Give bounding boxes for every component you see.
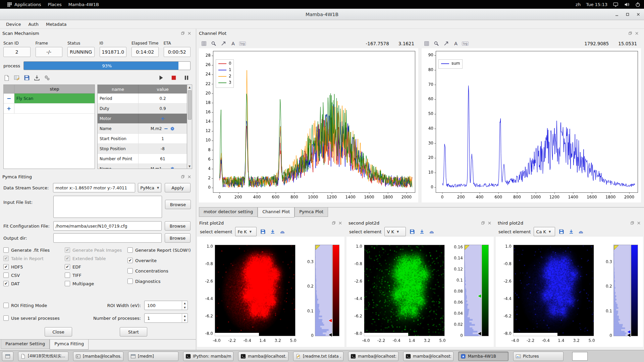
workspace-switcher[interactable] [572, 352, 588, 361]
element-combo[interactable]: Ca K ▼ [534, 227, 555, 236]
element-combo[interactable]: Fe K ▼ [235, 227, 257, 236]
save-scan-icon[interactable] [23, 74, 31, 82]
clock[interactable]: Tue 15:13 [586, 2, 607, 7]
checkbox-box[interactable] [3, 281, 9, 286]
settings-icon[interactable] [43, 74, 51, 82]
taskbar-item-mamba-localhos[interactable]: [mamba@localhos... [73, 352, 123, 361]
window-titlebar[interactable]: Mamba-4W1B [0, 9, 644, 20]
tab-channel-plot[interactable]: Channel Plot [258, 207, 294, 218]
checkbox-generate-fit-files[interactable]: Generate .fit Files [3, 247, 65, 253]
remove-motor-button[interactable]: − [164, 166, 168, 169]
checkbox-box[interactable] [127, 268, 133, 274]
checkbox-box[interactable] [3, 315, 9, 321]
download-icon[interactable] [269, 228, 276, 235]
param-value[interactable]: M.m1− [139, 164, 187, 169]
browse-fit-config-button[interactable]: Browse [165, 221, 191, 231]
menu-metadata[interactable]: Metadata [43, 21, 70, 28]
param-row-number-of-point[interactable]: Number of Point61 [98, 154, 187, 164]
new-scan-icon[interactable] [3, 74, 11, 82]
active-app-menu[interactable]: Mamba-4W1B [65, 0, 102, 9]
param-row-start-position[interactable]: Start Position1 [98, 134, 187, 144]
start-button[interactable]: Start [120, 327, 147, 337]
log-scale-icon[interactable]: log [462, 42, 469, 46]
close-dock-icon[interactable] [338, 221, 342, 225]
checkbox-box[interactable] [65, 273, 70, 278]
close-dock-icon[interactable] [187, 174, 192, 179]
float-dock-icon[interactable] [180, 31, 185, 36]
float-dock-icon[interactable] [180, 174, 185, 179]
remove-motor-button[interactable]: − [164, 126, 168, 132]
checkbox-overwrite[interactable]: Overwrite [127, 258, 193, 263]
menu-device[interactable]: Device [3, 21, 24, 28]
checkbox-box[interactable] [127, 279, 133, 284]
param-row-name[interactable]: NameM.m2− [98, 124, 187, 134]
output-dir-input[interactable] [53, 233, 162, 243]
param-value[interactable]: 61 [139, 154, 187, 164]
close-dock-icon[interactable] [634, 31, 639, 36]
mask-icon[interactable] [428, 228, 435, 235]
run-button[interactable] [157, 74, 165, 82]
roi-width-spinner[interactable]: 100 ▲▼ [144, 301, 188, 310]
checkbox-box[interactable] [127, 247, 133, 253]
applications-menu[interactable]: Applications [3, 0, 44, 9]
grid-icon[interactable] [200, 40, 208, 47]
checkbox-box[interactable] [127, 258, 133, 263]
places-menu[interactable]: Places [44, 0, 65, 9]
motor-settings-icon[interactable] [170, 167, 175, 169]
checkbox-dat[interactable]: DAT [3, 281, 65, 286]
checkbox-csv[interactable]: CSV [3, 273, 65, 278]
zoom-icon[interactable] [433, 40, 440, 47]
param-table-scrollbar[interactable]: ▲ ▼ [187, 84, 192, 169]
network-icon[interactable] [613, 2, 619, 7]
taskbar-item-ipython-mamba-m[interactable]: IPython: mamba/m... [183, 352, 233, 361]
spin-up-icon[interactable]: ▲ [182, 314, 187, 318]
param-row-duty[interactable]: Duty0.9 [98, 104, 187, 114]
param-value[interactable]: 0.9 [139, 104, 187, 113]
taskbar-item-mamba-localhost[interactable]: mamba@localhost... [238, 352, 288, 361]
checkbox-box[interactable] [3, 303, 9, 308]
checkbox-generate-report-slow[interactable]: Generate Report (SLOW!) [127, 247, 193, 253]
download-icon[interactable] [568, 228, 575, 235]
checkbox-box[interactable] [65, 281, 70, 286]
log-scale-icon[interactable]: log [239, 42, 246, 46]
input-file-list[interactable] [53, 196, 162, 218]
taskbar-item-medm[interactable]: [medm] [128, 352, 178, 361]
add-motor-button[interactable]: + [160, 115, 165, 122]
plot2d-image[interactable] [197, 237, 344, 347]
channels-line-chart[interactable] [199, 48, 418, 202]
tab-pymca-fitting[interactable]: Pymca Fitting [50, 340, 89, 350]
checkbox-box[interactable] [65, 264, 70, 269]
download-icon[interactable] [419, 228, 425, 235]
close-button[interactable] [635, 11, 641, 17]
checkbox-hdf5[interactable]: HDF5 [3, 264, 65, 269]
power-icon[interactable] [635, 2, 641, 7]
checkbox-roi-fitting-mode[interactable]: ROI Fitting Mode [3, 303, 47, 308]
save-icon[interactable] [409, 228, 416, 235]
float-dock-icon[interactable] [331, 221, 336, 225]
mask-icon[interactable] [279, 228, 286, 235]
volume-icon[interactable] [624, 2, 630, 7]
taskbar-item-mamba-localhost[interactable]: mamba@localhost:~ [348, 352, 398, 361]
tab-motor-detector-setting[interactable]: motor detector setting [199, 207, 258, 217]
close-button[interactable]: Close [45, 327, 72, 337]
checkbox-multipage[interactable]: Multipage [65, 281, 127, 286]
scroll-down-icon[interactable]: ▼ [187, 164, 192, 169]
param-value[interactable]: 0.2 [139, 94, 187, 103]
browse-input-files-button[interactable]: Browse [165, 200, 191, 209]
edit-sequence-icon[interactable] [13, 74, 21, 82]
minimize-button[interactable] [614, 11, 620, 17]
add-step-button[interactable]: + [7, 106, 11, 111]
expand-icon[interactable] [442, 40, 450, 47]
remove-step-button[interactable]: − [7, 96, 11, 101]
taskbar-item-pictures[interactable]: Pictures [513, 352, 564, 361]
spin-down-icon[interactable]: ▼ [182, 318, 187, 322]
taskbar-item-launcher[interactable] [2, 352, 13, 361]
browse-output-dir-button[interactable]: Browse [165, 233, 191, 243]
spin-up-icon[interactable]: ▲ [182, 301, 187, 305]
close-dock-icon[interactable] [487, 221, 492, 225]
autoscale-icon[interactable]: A [229, 40, 237, 47]
step-label[interactable]: Fly Scan [14, 94, 95, 103]
mask-icon[interactable] [578, 228, 584, 235]
nproc-spinner[interactable]: 1 ▲▼ [144, 313, 188, 323]
param-row-motor[interactable]: Motor+ [98, 114, 187, 124]
